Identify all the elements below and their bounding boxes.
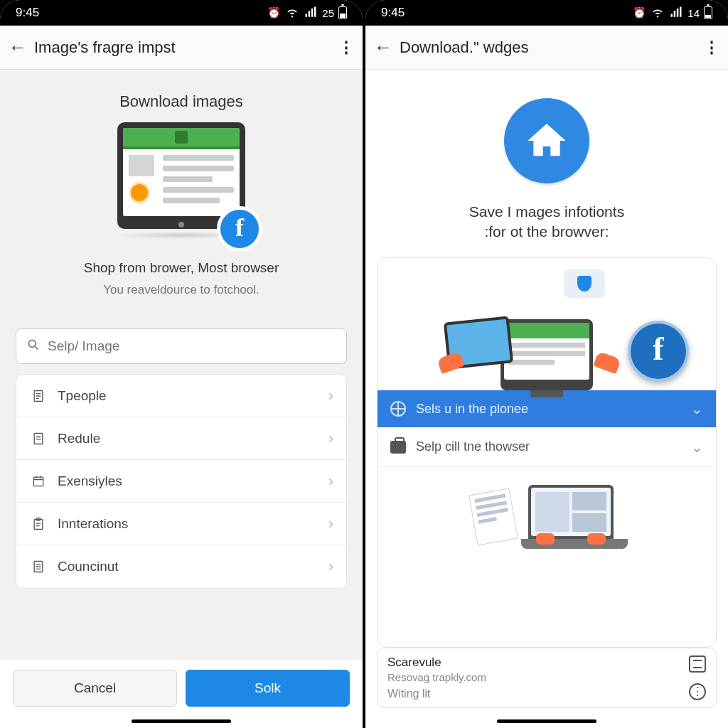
chevron-down-icon: ⌄ bbox=[691, 439, 703, 456]
notification-status: Witing lit bbox=[387, 687, 706, 700]
battery-text: 14 bbox=[687, 7, 700, 19]
status-icons: ⏰ 25 bbox=[267, 5, 347, 21]
list-item[interactable]: Innterations › bbox=[16, 503, 346, 545]
document-icon bbox=[29, 389, 48, 403]
subtitle-primary: Shop from brower, Most browser bbox=[16, 260, 347, 276]
gesture-handle[interactable] bbox=[0, 714, 363, 728]
chevron-right-icon: › bbox=[328, 429, 333, 448]
signal-icon bbox=[304, 5, 318, 21]
notification-title: Scarevule bbox=[387, 655, 706, 670]
more-icon[interactable] bbox=[689, 683, 706, 700]
chevron-right-icon: › bbox=[328, 515, 333, 533]
hand-icon bbox=[593, 351, 621, 374]
list-icon bbox=[29, 560, 48, 574]
list-item[interactable]: Redule › bbox=[16, 417, 346, 460]
app-bar: ← Image's fragre impst ⋮ bbox=[0, 26, 363, 70]
phone-right: 9:45 ⏰ 14 ← Download." wdges ⋮ Save I ma… bbox=[365, 0, 728, 728]
page-icon bbox=[29, 432, 48, 446]
alarm-icon: ⏰ bbox=[267, 6, 281, 19]
archive-icon[interactable] bbox=[689, 655, 706, 673]
battery-text: 25 bbox=[322, 7, 334, 19]
hand-icon bbox=[587, 533, 606, 545]
back-button[interactable]: ← bbox=[374, 36, 400, 58]
status-bar: 9:45 ⏰ 14 bbox=[365, 0, 728, 26]
briefcase-icon bbox=[390, 441, 406, 454]
status-time: 9:45 bbox=[381, 6, 405, 20]
search-icon bbox=[26, 338, 41, 355]
info-card: f Sels u in the plonee ⌄ Selp cill tne t… bbox=[377, 257, 717, 648]
heading-line-1: Save I mages infotionts bbox=[365, 203, 728, 220]
option-browser-row[interactable]: Selp cill tne thowser ⌄ bbox=[378, 427, 716, 467]
signal-icon bbox=[669, 5, 683, 21]
laptop-illustration bbox=[389, 474, 705, 560]
page-heading: Bownload images bbox=[16, 92, 347, 111]
back-button[interactable]: ← bbox=[9, 36, 34, 58]
button-bar: Cancel Solk bbox=[0, 659, 363, 714]
hero-illustration: f bbox=[117, 122, 245, 239]
subtitle-secondary: You reaveldource to fotchool. bbox=[16, 283, 347, 297]
search-input[interactable] bbox=[48, 338, 336, 354]
hand-icon bbox=[536, 533, 555, 545]
chevron-right-icon: › bbox=[328, 557, 333, 576]
overflow-menu[interactable]: ⋮ bbox=[333, 38, 354, 57]
cancel-button[interactable]: Cancel bbox=[13, 670, 177, 707]
search-field[interactable] bbox=[16, 328, 347, 364]
list-item[interactable]: Tpeople › bbox=[16, 375, 346, 417]
wifi-icon bbox=[651, 5, 665, 21]
gesture-handle[interactable] bbox=[365, 714, 728, 728]
options-list: Tpeople › Redule › Exensiyles › bbox=[16, 374, 347, 589]
status-bar: 9:45 ⏰ 25 bbox=[0, 0, 363, 26]
chevron-right-icon: › bbox=[328, 387, 333, 405]
confirm-button[interactable]: Solk bbox=[186, 670, 350, 707]
svg-line-1 bbox=[36, 346, 38, 349]
list-item[interactable]: Exensiyles › bbox=[16, 460, 346, 503]
app-title: Image's fragre impst bbox=[34, 38, 333, 57]
alarm-icon: ⏰ bbox=[633, 6, 646, 19]
home-icon bbox=[504, 98, 589, 183]
shield-bubble-icon bbox=[564, 269, 605, 298]
facebook-icon: f bbox=[628, 321, 689, 382]
facebook-icon: f bbox=[217, 206, 262, 252]
overflow-menu[interactable]: ⋮ bbox=[698, 38, 719, 57]
status-icons: ⏰ 14 bbox=[633, 5, 712, 21]
chevron-right-icon: › bbox=[328, 472, 333, 491]
app-bar: ← Download." wdges ⋮ bbox=[365, 26, 728, 70]
app-title: Download." wdges bbox=[400, 38, 698, 57]
list-item[interactable]: Councinut › bbox=[16, 545, 346, 588]
chevron-down-icon: ⌄ bbox=[691, 400, 703, 417]
status-time: 9:45 bbox=[16, 6, 39, 20]
download-notification[interactable]: Scarevule Resovag trapkly.com Witing lit bbox=[377, 648, 717, 708]
battery-icon bbox=[704, 6, 712, 19]
clipboard-icon bbox=[29, 517, 48, 531]
svg-rect-9 bbox=[33, 477, 43, 486]
phone-left: 9:45 ⏰ 25 ← Image's fragre impst ⋮ Bownl… bbox=[0, 0, 363, 728]
notification-subtitle: Resovag trapkly.com bbox=[387, 671, 706, 683]
heading-line-2: :for ot the browver: bbox=[365, 223, 728, 240]
globe-icon bbox=[390, 401, 406, 417]
calendar-icon bbox=[29, 474, 48, 488]
devices-illustration: f bbox=[389, 269, 705, 390]
battery-icon bbox=[338, 6, 347, 19]
svg-point-0 bbox=[28, 340, 36, 347]
svg-rect-6 bbox=[34, 433, 43, 444]
wifi-icon bbox=[285, 5, 299, 21]
